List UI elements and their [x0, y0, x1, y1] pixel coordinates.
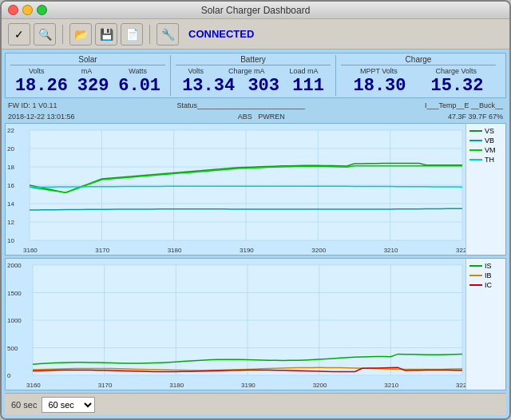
vb-legend: VB: [469, 137, 502, 145]
main-window: Solar Charger Dashboard ✓ 🔍 📂 💾 📄 🔧 CONN…: [0, 0, 511, 420]
datetime: 2018-12-22 13:01:56: [8, 113, 75, 121]
connection-status: CONNECTED: [188, 28, 254, 40]
th-label: TH: [485, 156, 494, 164]
temp-info: 47.3F 39.7F 67%: [448, 113, 503, 121]
charge-volts-label: Charge Volts: [436, 67, 477, 75]
battery-load-value: 111: [292, 76, 324, 96]
bottom-bar: 60 sec 60 sec 120 sec 300 sec: [5, 393, 506, 415]
toolbar-separator-2: [149, 25, 150, 44]
zoom-button[interactable]: 🔍: [34, 23, 56, 46]
save-button[interactable]: 💾: [95, 23, 117, 46]
document-button[interactable]: 📄: [121, 23, 143, 46]
vs-color: [469, 130, 482, 132]
settings-button[interactable]: 🔧: [156, 23, 179, 46]
toolbar: ✓ 🔍 📂 💾 📄 🔧 CONNECTED: [2, 19, 509, 50]
current-legend: IS IB IC: [465, 259, 505, 390]
check-button[interactable]: ✓: [8, 23, 30, 46]
maximize-button[interactable]: [37, 5, 47, 15]
time-label: 60 sec: [11, 400, 37, 410]
solar-watts-label: Watts: [129, 67, 147, 75]
charts-container: VS VB VM TH: [5, 123, 506, 390]
solar-watts-value: 6.01: [118, 76, 160, 96]
time-select[interactable]: 60 sec 120 sec 300 sec: [42, 397, 95, 413]
solar-ma-value: 329: [77, 76, 109, 96]
charge-values: 18.30 15.32: [341, 76, 496, 96]
battery-charge-value: 303: [248, 76, 279, 96]
charge-charge-value: 15.32: [430, 76, 483, 96]
solar-volts-value: 18.26: [15, 76, 68, 96]
solar-sub-labels: Volts mA Watts: [10, 67, 165, 75]
ib-label: IB: [485, 271, 492, 279]
is-label: IS: [485, 262, 492, 270]
is-legend: IS: [469, 262, 502, 270]
info-row: FW ID: 1 V0.11 Status___________________…: [5, 101, 506, 110]
vb-label: VB: [485, 137, 494, 145]
current-chart-area: [6, 259, 465, 390]
charge-mppt-label: MPPT Volts: [360, 67, 398, 75]
battery-volts-value: 13.34: [182, 76, 235, 96]
charge-label: Charge: [341, 55, 496, 65]
ib-legend: IB: [469, 271, 502, 279]
voltage-chart-wrapper: VS VB VM TH: [5, 123, 506, 256]
battery-volts-label: Volts: [188, 67, 204, 75]
battery-values: 13.34 303 111: [176, 76, 331, 96]
abs-pwren: ABS PWREN: [238, 113, 285, 121]
charge-mppt-value: 18.30: [353, 76, 406, 96]
status-section: Status___________________________: [176, 101, 305, 109]
battery-sub-labels: Volts Charge mA Load mA: [176, 67, 331, 75]
current-chart-wrapper: IS IB IC: [5, 258, 506, 390]
pwren-label: PWREN: [258, 113, 285, 121]
vm-color: [469, 149, 482, 151]
battery-charge-label: Charge mA: [228, 67, 265, 75]
vm-label: VM: [485, 146, 496, 154]
solar-ma-label: mA: [81, 67, 93, 75]
th-color: [469, 159, 482, 160]
current-chart: [6, 259, 465, 390]
battery-label: Battery: [176, 55, 331, 65]
vb-color: [469, 140, 482, 141]
abs-label: ABS: [238, 113, 252, 121]
battery-load-label: Load mA: [289, 67, 318, 75]
ib-color: [469, 275, 482, 276]
charge-sub-labels: MPPT Volts Charge Volts: [341, 67, 496, 75]
ic-label: IC: [485, 281, 492, 289]
th-legend: TH: [469, 156, 502, 164]
metrics-panel: Solar Volts mA Watts 18.26 329 6.01 Batt…: [5, 53, 506, 98]
solar-values: 18.26 329 6.01: [10, 76, 165, 96]
battery-group: Battery Volts Charge mA Load mA 13.34 30…: [171, 55, 336, 96]
temp-label: I___Temp__E __Buck__: [425, 101, 503, 109]
info-row2: 2018-12-22 13:01:56 ABS PWREN 47.3F 39.7…: [5, 113, 506, 121]
voltage-chart-area: [6, 124, 465, 255]
minimize-button[interactable]: [22, 5, 33, 15]
window-controls: [8, 5, 47, 15]
title-bar: Solar Charger Dashboard: [2, 2, 509, 19]
vs-legend: VS: [469, 127, 502, 135]
is-color: [469, 265, 482, 267]
close-button[interactable]: [8, 5, 18, 15]
solar-label: Solar: [10, 55, 165, 65]
dashboard: Solar Volts mA Watts 18.26 329 6.01 Batt…: [2, 50, 509, 418]
vm-legend: VM: [469, 146, 502, 154]
solar-group: Solar Volts mA Watts 18.26 329 6.01: [10, 55, 171, 96]
voltage-chart: [6, 124, 465, 255]
charge-group: Charge MPPT Volts Charge Volts 18.30 15.…: [336, 55, 501, 96]
vs-label: VS: [485, 127, 494, 135]
toolbar-separator-1: [62, 25, 63, 44]
solar-volts-label: Volts: [29, 67, 45, 75]
fw-info: FW ID: 1 V0.11: [8, 101, 57, 109]
open-button[interactable]: 📂: [69, 23, 92, 46]
voltage-legend: VS VB VM TH: [465, 124, 505, 255]
ic-legend: IC: [469, 281, 502, 289]
ic-color: [469, 284, 482, 286]
window-title: Solar Charger Dashboard: [201, 5, 311, 16]
